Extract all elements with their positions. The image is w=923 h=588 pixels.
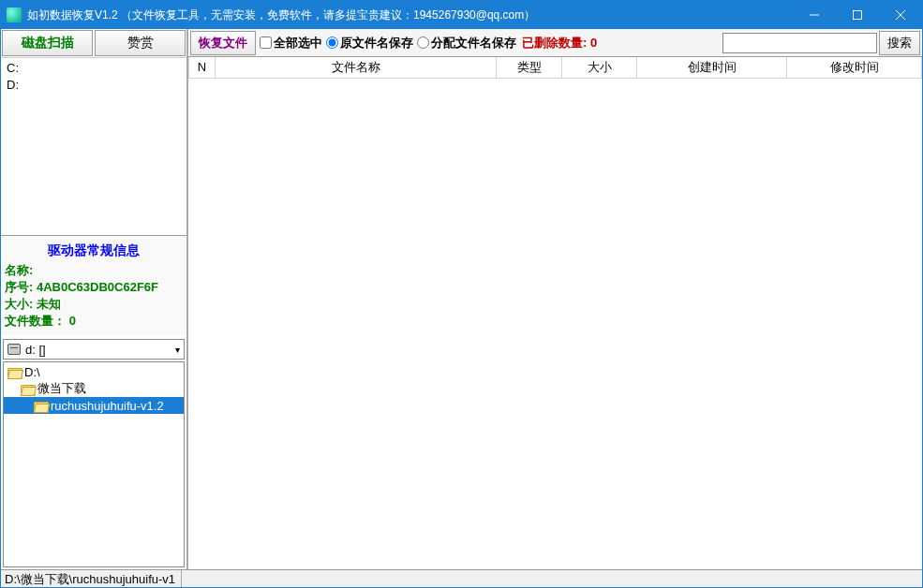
svg-rect-0 bbox=[854, 11, 862, 20]
folder-tree[interactable]: D:\微当下载ruchushujuhuifu-v1.2 bbox=[3, 361, 185, 567]
drive-info-header: 驱动器常规信息 bbox=[5, 242, 183, 258]
drive-combo[interactable]: d: [] ▾ bbox=[3, 339, 185, 360]
drive-files-value: 0 bbox=[69, 314, 76, 328]
window-title: 如初数据恢复V1.2 （文件恢复工具，无需安装，免费软件，请多提宝贵建议：194… bbox=[27, 7, 793, 23]
folder-icon bbox=[34, 401, 47, 411]
column-header[interactable]: 大小 bbox=[562, 57, 637, 78]
drive-name-label: 名称: bbox=[5, 263, 33, 277]
select-all-checkbox[interactable]: 全部选中 bbox=[260, 35, 322, 51]
status-path: D:\微当下载\ruchushujuhuifu-v1 bbox=[5, 570, 182, 588]
deleted-count: 已删除数量: 0 bbox=[522, 35, 597, 51]
file-grid[interactable]: N文件名称类型大小创建时间修改时间 bbox=[188, 57, 922, 569]
drive-size-value: 未知 bbox=[37, 297, 61, 311]
drive-item[interactable]: D: bbox=[7, 77, 181, 94]
maximize-button[interactable] bbox=[836, 1, 879, 29]
folder-icon bbox=[21, 384, 34, 394]
drive-serial-value: 4AB0C63DB0C62F6F bbox=[37, 280, 158, 294]
donate-button[interactable]: 赞赏 bbox=[95, 30, 186, 56]
drive-info-panel: 驱动器常规信息 名称: 序号: 4AB0C63DB0C62F6F 大小: 未知 … bbox=[1, 235, 186, 335]
column-header[interactable]: 文件名称 bbox=[216, 57, 497, 78]
scan-disk-button[interactable]: 磁盘扫描 bbox=[2, 30, 93, 56]
minimize-button[interactable] bbox=[793, 1, 836, 29]
drive-size-label: 大小: bbox=[5, 297, 33, 311]
drive-serial-label: 序号: bbox=[5, 280, 33, 294]
drive-combo-label: d: [] bbox=[25, 343, 46, 357]
drive-files-label: 文件数量： bbox=[5, 314, 66, 328]
search-input[interactable] bbox=[722, 33, 877, 53]
column-header[interactable]: 类型 bbox=[497, 57, 562, 78]
status-bar: D:\微当下载\ruchushujuhuifu-v1 bbox=[1, 569, 922, 588]
tree-item[interactable]: ruchushujuhuifu-v1.2 bbox=[4, 397, 184, 414]
disk-icon bbox=[7, 344, 21, 355]
close-button[interactable] bbox=[879, 1, 922, 29]
toolbar: 恢复文件 全部选中 原文件名保存 分配文件名保存 已删除数量: 0 搜索 bbox=[188, 29, 922, 57]
keep-name-radio[interactable]: 原文件名保存 bbox=[326, 35, 413, 51]
assign-name-radio[interactable]: 分配文件名保存 bbox=[417, 35, 516, 51]
search-button[interactable]: 搜索 bbox=[879, 31, 920, 55]
tree-item-label: ruchushujuhuifu-v1.2 bbox=[51, 399, 164, 413]
assign-name-label: 分配文件名保存 bbox=[431, 35, 516, 51]
folder-icon bbox=[7, 367, 21, 377]
select-all-label: 全部选中 bbox=[274, 35, 322, 51]
tree-item[interactable]: 微当下载 bbox=[4, 380, 184, 397]
column-header[interactable]: N bbox=[189, 57, 216, 78]
tree-item[interactable]: D:\ bbox=[4, 363, 184, 380]
keep-name-label: 原文件名保存 bbox=[340, 35, 413, 51]
app-icon bbox=[7, 7, 22, 22]
recover-button[interactable]: 恢复文件 bbox=[190, 31, 256, 55]
column-header[interactable]: 创建时间 bbox=[637, 57, 787, 78]
tree-item-label: 微当下载 bbox=[37, 380, 86, 397]
drive-item[interactable]: C: bbox=[7, 60, 181, 77]
tree-item-label: D:\ bbox=[24, 365, 40, 379]
chevron-down-icon: ▾ bbox=[175, 345, 180, 355]
column-header[interactable]: 修改时间 bbox=[787, 57, 922, 78]
drive-list[interactable]: C: D: bbox=[1, 57, 186, 235]
